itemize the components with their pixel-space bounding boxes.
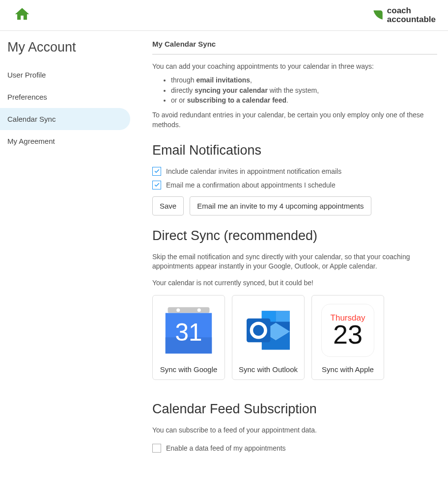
checkbox-include-invites-label: Include calendar invites in appointment … <box>166 167 341 175</box>
feed-title: Calendar Feed Subscription <box>152 402 437 417</box>
svg-text:31: 31 <box>175 319 202 346</box>
checkbox-include-invites[interactable] <box>152 167 161 176</box>
sync-apple-label: Sync with Apple <box>315 365 381 374</box>
email-invite-button[interactable]: Email me an invite to my 4 upcoming appo… <box>190 196 371 215</box>
sync-apple-card[interactable]: Thursday 23 Sync with Apple <box>311 295 384 380</box>
sidebar-item-user-profile[interactable]: User Profile <box>0 64 130 86</box>
intro-text: You can add your coaching appointments t… <box>152 61 437 130</box>
save-button[interactable]: Save <box>152 196 184 215</box>
email-notifications-title: Email Notifications <box>152 143 437 158</box>
checkbox-enable-feed[interactable] <box>152 444 161 453</box>
outlook-icon <box>235 300 301 360</box>
checkbox-email-confirmation[interactable] <box>152 181 161 189</box>
feed-desc: You can subscribe to a feed of your appo… <box>152 426 437 435</box>
sidebar: My Account User Profile Preferences Cale… <box>0 31 138 477</box>
logo-text-2: accountable <box>387 15 436 24</box>
main-content: My Calendar Sync You can add your coachi… <box>138 31 437 477</box>
section-heading: My Calendar Sync <box>152 40 437 54</box>
logo: coach accountable <box>371 6 436 24</box>
sync-outlook-label: Sync with Outlook <box>235 365 301 374</box>
home-icon[interactable] <box>14 6 30 25</box>
logo-text-1: coach <box>387 6 436 15</box>
checkbox-email-confirmation-label: Email me a confirmation about appointmen… <box>166 181 336 189</box>
sidebar-item-my-agreement[interactable]: My Agreement <box>0 130 130 152</box>
svg-point-2 <box>197 308 201 312</box>
page-title: My Account <box>0 40 138 64</box>
google-calendar-icon: 31 <box>156 300 222 360</box>
direct-sync-title: Direct Sync (recommended) <box>152 228 437 243</box>
svg-point-1 <box>176 308 180 312</box>
header: coach accountable <box>0 0 448 31</box>
checkbox-enable-feed-label: Enable a data feed of my appointments <box>166 444 286 452</box>
svg-rect-0 <box>168 307 210 313</box>
sync-google-card[interactable]: 31 Sync with Google <box>152 295 225 380</box>
svg-rect-8 <box>276 311 290 322</box>
sidebar-item-preferences[interactable]: Preferences <box>0 86 130 108</box>
direct-sync-status: Your calendar is not currently synced, b… <box>152 278 437 288</box>
direct-sync-desc: Skip the email notification and sync dir… <box>152 252 437 271</box>
apple-calendar-icon: Thursday 23 <box>315 300 381 360</box>
sidebar-item-calendar-sync[interactable]: Calendar Sync <box>0 108 130 130</box>
sync-outlook-card[interactable]: Sync with Outlook <box>232 295 305 380</box>
sync-google-label: Sync with Google <box>156 365 222 374</box>
